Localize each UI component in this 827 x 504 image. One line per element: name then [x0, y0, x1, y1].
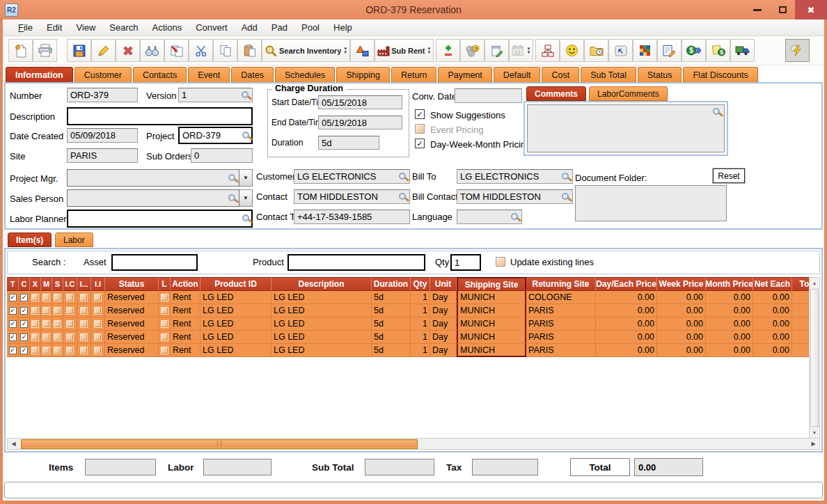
cell-duration[interactable]: 5d — [372, 304, 411, 317]
labor-planner-input[interactable] — [67, 210, 253, 228]
cell-tot[interactable] — [792, 304, 809, 317]
cell-i_c[interactable] — [63, 304, 77, 317]
menu-item-pool[interactable]: Pool — [294, 20, 326, 35]
cell-s[interactable] — [52, 344, 63, 357]
product-input[interactable] — [288, 254, 425, 271]
menu-item-pad[interactable]: Pad — [265, 20, 294, 35]
scroll-up-icon[interactable]: ▲ — [810, 278, 819, 288]
tab-contacts[interactable]: Contacts — [133, 67, 187, 82]
cell-month_price[interactable]: 0.00 — [706, 344, 753, 357]
l-checkbox[interactable] — [161, 333, 168, 341]
version-field[interactable]: 1 — [178, 88, 253, 102]
keyboard-key-button[interactable] — [608, 39, 633, 62]
cell-month_price[interactable]: 0.00 — [706, 317, 753, 331]
column-header-i_c[interactable]: I.C — [63, 277, 77, 291]
i_i-checkbox[interactable] — [94, 333, 102, 341]
cell-product_id[interactable]: LG LED — [200, 344, 271, 357]
cell-m[interactable] — [41, 291, 52, 304]
tab-schedules[interactable]: Schedules — [275, 67, 335, 82]
cell-week_price[interactable]: 0.00 — [657, 291, 706, 304]
cell-l[interactable] — [159, 304, 171, 317]
cell-m[interactable] — [41, 331, 52, 344]
customer-lookup-icon[interactable] — [399, 173, 406, 180]
i_dot-checkbox[interactable] — [80, 347, 88, 354]
smiley-button[interactable] — [560, 39, 584, 62]
notes-edit-button[interactable] — [657, 39, 682, 62]
bill-to-field[interactable]: LG ELECTRONICS — [457, 169, 573, 184]
column-header-s[interactable]: S — [52, 277, 63, 291]
cell-product_id[interactable]: LG LED — [200, 304, 271, 317]
qty-input[interactable] — [450, 254, 481, 271]
tab-items[interactable]: Item(s) — [8, 233, 52, 247]
cut-button[interactable] — [189, 39, 213, 62]
cell-t[interactable] — [7, 331, 19, 344]
cell-m[interactable] — [41, 317, 52, 331]
column-header-shipping_site[interactable]: Shipping Site — [457, 277, 526, 291]
cell-c[interactable] — [19, 331, 30, 344]
tab-event[interactable]: Event — [188, 67, 230, 82]
column-header-qty[interactable]: Qty — [411, 277, 430, 291]
column-header-day_each_price[interactable]: Day/Each Price — [596, 277, 657, 291]
cell-i_i[interactable] — [91, 304, 105, 317]
cell-action[interactable]: Rent — [171, 344, 200, 357]
menu-item-search[interactable]: Search — [102, 20, 145, 35]
labor-planner-lookup-icon[interactable] — [242, 214, 249, 221]
bill-contact-lookup-icon[interactable] — [562, 193, 569, 200]
column-header-status[interactable]: Status — [105, 277, 159, 291]
language-field[interactable] — [457, 210, 522, 224]
notepad-button[interactable] — [485, 39, 509, 62]
cell-day_each_price[interactable]: 0.00 — [596, 317, 657, 331]
column-header-i_dot[interactable]: I... — [77, 277, 91, 291]
delete-button[interactable] — [116, 39, 140, 62]
cell-description[interactable]: LG LED — [271, 304, 372, 317]
x-checkbox[interactable] — [31, 347, 39, 354]
i_i-checkbox[interactable] — [94, 347, 102, 354]
t-checkbox[interactable] — [9, 333, 17, 341]
tab-comments[interactable]: Comments — [526, 86, 586, 101]
cell-month_price[interactable]: 0.00 — [706, 331, 753, 344]
sales-person-field[interactable] — [67, 189, 239, 207]
i_i-checkbox[interactable] — [94, 294, 102, 301]
l-checkbox[interactable] — [161, 307, 168, 315]
cell-description[interactable]: LG LED — [271, 291, 372, 304]
cell-month_price[interactable]: 0.00 — [706, 304, 753, 317]
reset-button[interactable]: Reset — [713, 168, 745, 183]
i_dot-checkbox[interactable] — [80, 320, 88, 328]
menu-item-edit[interactable]: Edit — [40, 20, 69, 35]
save-button[interactable] — [67, 39, 91, 62]
cell-week_price[interactable]: 0.00 — [657, 317, 706, 331]
maximize-button[interactable] — [770, 0, 795, 19]
cell-month_price[interactable]: 0.00 — [706, 291, 753, 304]
cell-c[interactable] — [19, 304, 30, 317]
column-header-description[interactable]: Description — [271, 277, 372, 291]
x-checkbox[interactable] — [31, 294, 39, 301]
cell-unit[interactable]: Day — [430, 344, 457, 357]
column-header-tot[interactable]: Tot — [792, 277, 809, 291]
cell-i_c[interactable] — [63, 331, 77, 344]
cell-qty[interactable]: 1 — [411, 344, 430, 357]
cell-shipping_site[interactable]: MUNICH — [457, 304, 526, 317]
m-checkbox[interactable] — [42, 333, 50, 341]
m-checkbox[interactable] — [42, 294, 50, 301]
copy-to-button[interactable] — [164, 39, 189, 62]
sub-rent-button[interactable]: Sub Rent▼▼ — [375, 39, 434, 62]
i_dot-checkbox[interactable] — [80, 294, 88, 301]
minimize-button[interactable] — [745, 0, 770, 19]
bill-to-lookup-icon[interactable] — [562, 173, 569, 180]
description-input[interactable] — [67, 107, 253, 125]
search-inventory-button[interactable]: Search Inventory▼▼ — [262, 39, 350, 62]
x-checkbox[interactable] — [31, 307, 39, 315]
show-suggestions-checkbox[interactable] — [415, 109, 425, 119]
cell-shipping_site[interactable]: MUNICH — [457, 317, 526, 331]
cell-i_dot[interactable] — [77, 317, 91, 331]
close-button[interactable]: ✖ — [795, 0, 827, 19]
i_c-checkbox[interactable] — [66, 347, 74, 354]
cell-i_i[interactable] — [91, 291, 105, 304]
tab-shipping[interactable]: Shipping — [336, 67, 390, 82]
c-checkbox[interactable] — [20, 294, 28, 301]
cell-s[interactable] — [52, 317, 63, 331]
cell-x[interactable] — [30, 344, 41, 357]
cell-i_c[interactable] — [63, 291, 77, 304]
column-header-returning_site[interactable]: Returning Site — [526, 277, 596, 291]
cell-t[interactable] — [7, 317, 19, 331]
